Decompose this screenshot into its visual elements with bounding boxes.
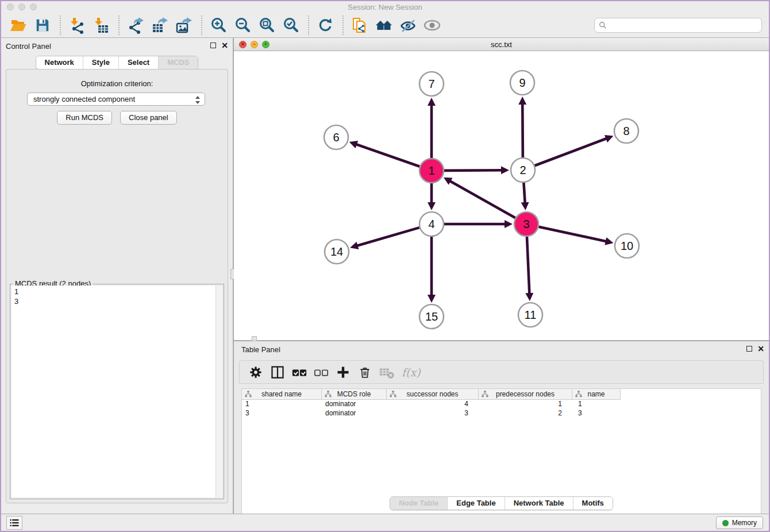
column-hierarchy-icon <box>325 390 332 398</box>
duplicate-network-icon[interactable] <box>349 15 370 36</box>
graph-edge-3-1[interactable] <box>449 180 515 218</box>
table-cell[interactable]: 4 <box>387 400 479 409</box>
close-panel-button[interactable]: Close panel <box>120 111 177 125</box>
eye-slash-icon[interactable] <box>398 15 418 36</box>
tab-motifs[interactable]: Motifs <box>573 497 613 510</box>
graph-edge-1-6[interactable] <box>355 144 419 167</box>
export-table-icon[interactable] <box>149 15 170 36</box>
table-cell[interactable]: 3 <box>387 409 479 418</box>
graph-edge-2-9[interactable] <box>522 102 523 157</box>
graph-edge-1-2[interactable] <box>444 170 503 171</box>
tab-select[interactable]: Select <box>118 56 158 69</box>
control-panel: Control Panel ✕ Network Style Select MCD… <box>1 38 233 514</box>
function-builder-icon[interactable]: f(x) <box>402 366 421 379</box>
graph-node-label-15: 15 <box>425 310 438 323</box>
table-cell[interactable]: 1 <box>479 400 572 409</box>
tab-style[interactable]: Style <box>83 56 118 69</box>
tab-network[interactable]: Network <box>36 56 83 69</box>
close-table-panel-icon[interactable]: ✕ <box>757 345 764 352</box>
table-cell[interactable]: 1 <box>572 400 621 409</box>
graph-edge-2-3[interactable] <box>523 183 525 205</box>
table-cell[interactable]: 3 <box>572 409 621 418</box>
save-icon[interactable] <box>32 15 53 36</box>
search-field[interactable] <box>594 18 762 33</box>
table-header-row: shared nameMCDS rolesuccessor nodesprede… <box>242 389 761 400</box>
export-image-icon[interactable] <box>174 15 194 36</box>
column-header-predecessor-nodes[interactable]: predecessor nodes <box>479 389 572 400</box>
graph-arrowhead-2-3 <box>521 202 529 210</box>
graph-node-label-9: 9 <box>519 76 525 89</box>
toolbar-separator <box>342 16 344 35</box>
graph-edge-2-8[interactable] <box>535 138 609 165</box>
column-header-MCDS-role[interactable]: MCDS role <box>322 389 387 400</box>
tab-mcds[interactable]: MCDS <box>158 56 198 69</box>
zoom-in-icon[interactable] <box>208 15 229 36</box>
main-area: Control Panel ✕ Network Style Select MCD… <box>1 38 769 514</box>
column-hierarchy-icon <box>245 390 252 398</box>
task-history-icon[interactable] <box>6 516 22 530</box>
import-table-icon[interactable] <box>91 15 111 36</box>
column-hierarchy-icon <box>390 390 396 398</box>
zoom-out-icon[interactable] <box>232 15 253 36</box>
control-panel-title: Control Panel <box>6 42 51 51</box>
run-mcds-button[interactable]: Run MCDS <box>57 111 112 125</box>
add-column-icon[interactable] <box>333 363 353 381</box>
folder-open-icon[interactable] <box>8 15 29 36</box>
graph-arrowhead-4-14 <box>350 242 359 249</box>
table-cell[interactable]: 3 <box>242 409 322 418</box>
graph-edge-4-14[interactable] <box>356 228 419 246</box>
search-input[interactable] <box>610 20 761 31</box>
horizontal-splitter-handle[interactable] <box>252 336 257 341</box>
result-scrollbar[interactable] <box>215 286 222 498</box>
main-toolbar <box>1 13 769 38</box>
table-panel-title: Table Panel <box>241 345 280 354</box>
graph-arrowhead-4-3 <box>505 220 513 228</box>
graph-arrowhead-4-15 <box>428 295 436 303</box>
graph-node-label-8: 8 <box>623 125 629 137</box>
split-columns-icon[interactable] <box>267 363 288 381</box>
network-window-titlebar[interactable]: ✕ − + scc.txt <box>234 38 769 51</box>
column-header-name[interactable]: name <box>572 389 621 400</box>
table-cell[interactable]: 2 <box>479 409 572 418</box>
select-all-checkboxes-icon[interactable] <box>289 363 310 381</box>
graph-arrowhead-3-11 <box>525 293 533 301</box>
column-header-successor-nodes[interactable]: successor nodes <box>387 389 479 400</box>
memory-button[interactable]: Memory <box>716 516 763 529</box>
close-panel-icon[interactable]: ✕ <box>221 42 228 49</box>
graph-node-label-7: 7 <box>428 78 434 90</box>
tab-node-table[interactable]: Node Table <box>390 497 447 510</box>
mcds-result-textarea[interactable]: 1 3 <box>11 286 222 498</box>
deselect-checkboxes-icon[interactable] <box>311 363 332 381</box>
tab-network-table[interactable]: Network Table <box>505 497 573 510</box>
export-network-icon[interactable] <box>125 15 146 36</box>
import-network-icon[interactable] <box>67 15 87 36</box>
graph-edge-3-10[interactable] <box>538 227 607 242</box>
table-cell[interactable]: dominator <box>322 400 387 409</box>
zoom-selected-icon[interactable] <box>280 15 301 36</box>
toolbar-separator <box>308 16 309 35</box>
table-row[interactable]: 3dominator323 <box>242 409 761 418</box>
mcds-result-line: 3 <box>14 296 220 306</box>
table-cell[interactable]: 1 <box>242 400 322 409</box>
graph-edge-3-11[interactable] <box>527 237 530 295</box>
delete-column-icon[interactable] <box>355 363 375 381</box>
network-canvas[interactable]: 7968124314101511 <box>234 51 769 340</box>
table-row[interactable]: 1dominator411 <box>242 400 761 409</box>
optimization-criterion-dropdown[interactable]: strongly connected component <box>27 92 205 106</box>
graph-node-label-6: 6 <box>333 131 339 144</box>
eye-icon[interactable] <box>422 15 442 36</box>
graph-node-label-2: 2 <box>519 164 526 176</box>
tab-edge-table[interactable]: Edge Table <box>447 497 504 510</box>
delete-table-icon[interactable] <box>376 363 397 381</box>
column-header-shared-name[interactable]: shared name <box>242 389 322 400</box>
refresh-icon[interactable] <box>315 15 336 36</box>
float-panel-icon[interactable] <box>210 43 216 48</box>
graph-arrowhead-2-9 <box>518 97 526 105</box>
graph-node-label-1: 1 <box>428 164 434 177</box>
houses-icon[interactable] <box>374 15 394 36</box>
table-toolbar: f(x) <box>239 360 764 384</box>
gear-icon[interactable] <box>245 363 266 381</box>
zoom-fit-icon[interactable] <box>256 15 277 36</box>
table-cell[interactable]: dominator <box>322 409 387 418</box>
float-table-panel-icon[interactable] <box>746 346 752 352</box>
